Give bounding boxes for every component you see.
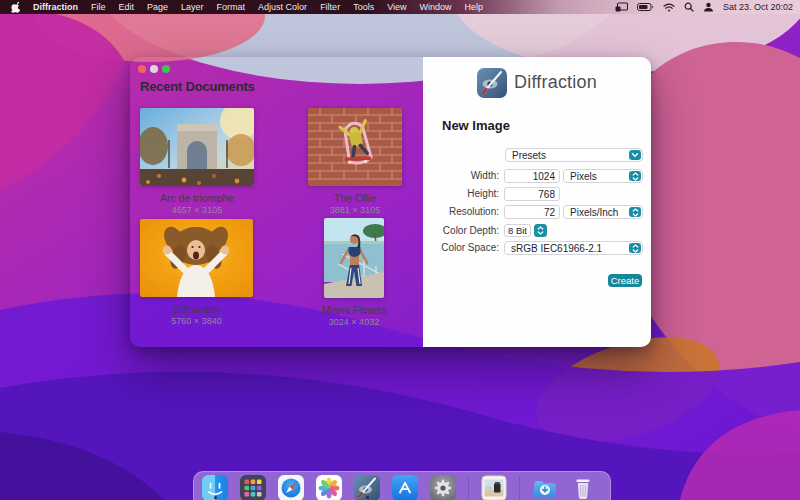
color-depth-label: Color Depth: — [427, 224, 499, 238]
color-space-label: Color Space: — [427, 241, 499, 255]
apple-menu-icon[interactable] — [11, 2, 20, 13]
resolution-input[interactable] — [504, 205, 560, 219]
width-unit-dropdown[interactable]: Pixels — [563, 169, 643, 183]
user-icon[interactable] — [703, 2, 714, 12]
app-store-icon[interactable] — [392, 475, 418, 500]
dock — [193, 471, 611, 500]
document-name: The Ollie — [334, 192, 376, 204]
minimize-button[interactable] — [150, 65, 158, 73]
search-icon[interactable] — [684, 2, 694, 12]
dock-separator — [519, 476, 520, 500]
recent-documents-panel: Recent Documents — [130, 57, 423, 347]
color-depth-text: 8 Bit — [508, 225, 527, 236]
menu-bar-status: Sat 23. Oct 20:02 — [615, 2, 800, 12]
recent-documents-title: Recent Documents — [140, 79, 255, 94]
menu-app-name[interactable]: Diffraction — [33, 2, 78, 12]
recent-document-icon[interactable] — [481, 475, 507, 500]
desktop: Diffraction File Edit Page Layer Format … — [0, 0, 800, 500]
document-name: Arc de triomphe — [160, 192, 234, 204]
menu-filter[interactable]: Filter — [320, 2, 340, 12]
wifi-icon[interactable] — [663, 3, 675, 12]
color-space-dropdown[interactable]: sRGB IEC61966-2.1 — [504, 241, 643, 255]
width-label: Width: — [427, 169, 499, 183]
document-miami-fitness[interactable]: Miami Fitness 3024 × 4032 — [324, 218, 384, 327]
window-controls — [138, 65, 170, 73]
color-depth-value[interactable]: 8 Bit — [504, 224, 531, 237]
app-title: Diffraction — [514, 72, 597, 93]
document-arc-de-triomphe[interactable]: Arc de triomphe 4657 × 3105 — [140, 108, 254, 215]
document-dimensions: 4657 × 3105 — [172, 205, 222, 215]
document-dimensions: 3881 × 3105 — [330, 205, 380, 215]
diffraction-app-icon — [477, 68, 507, 98]
color-space-value: sRGB IEC61966-2.1 — [511, 243, 642, 254]
menu-file[interactable]: File — [91, 2, 106, 12]
document-name: Diffraction — [173, 303, 220, 315]
finder-running-indicator — [214, 496, 217, 499]
menu-tools[interactable]: Tools — [353, 2, 374, 12]
stepper-icon — [629, 171, 641, 181]
menu-layer[interactable]: Layer — [181, 2, 204, 12]
safari-icon[interactable] — [278, 475, 304, 500]
stepper-icon — [629, 243, 641, 253]
arc-de-triomphe-thumbnail — [140, 108, 254, 186]
height-label: Height: — [427, 187, 499, 201]
menu-edit[interactable]: Edit — [119, 2, 135, 12]
trash-icon[interactable] — [570, 475, 596, 500]
photos-icon[interactable] — [316, 475, 342, 500]
miami-fitness-thumbnail — [324, 218, 384, 298]
downloads-folder-icon[interactable] — [532, 475, 558, 500]
resolution-unit-dropdown[interactable]: Pixels/Inch — [563, 205, 643, 219]
width-input[interactable] — [504, 169, 560, 183]
dock-separator — [468, 476, 469, 500]
diffraction-running-indicator — [366, 496, 369, 499]
presets-value: Presets — [512, 150, 642, 161]
create-button[interactable]: Create — [608, 274, 642, 287]
menu-format[interactable]: Format — [217, 2, 246, 12]
resolution-label: Resolution: — [427, 205, 499, 219]
document-the-ollie[interactable]: The Ollie 3881 × 3105 — [308, 108, 402, 215]
menu-view[interactable]: View — [387, 2, 406, 12]
presets-dropdown[interactable]: Presets — [505, 148, 643, 162]
menu-page[interactable]: Page — [147, 2, 168, 12]
the-ollie-thumbnail — [308, 108, 402, 186]
display-icon[interactable] — [615, 2, 628, 12]
document-name: Miami Fitness — [322, 304, 387, 316]
launchpad-icon[interactable] — [240, 475, 266, 500]
document-diffraction[interactable]: Diffraction 5760 × 3840 — [140, 219, 253, 326]
document-dimensions: 5760 × 3840 — [171, 316, 221, 326]
menu-window[interactable]: Window — [420, 2, 452, 12]
diffraction-thumbnail — [140, 219, 253, 297]
height-input[interactable] — [504, 187, 560, 201]
new-image-heading: New Image — [442, 118, 510, 133]
menu-bar-left: Diffraction File Edit Page Layer Format … — [0, 2, 483, 13]
menu-clock[interactable]: Sat 23. Oct 20:02 — [723, 2, 793, 12]
close-button[interactable] — [138, 65, 146, 73]
menu-adjust-color[interactable]: Adjust Color — [258, 2, 307, 12]
system-preferences-icon[interactable] — [430, 475, 456, 500]
battery-icon[interactable] — [637, 3, 654, 11]
new-image-panel: Diffraction New Image Presets Width: Pix… — [423, 57, 651, 347]
chevron-down-icon — [629, 150, 641, 160]
stepper-icon — [629, 207, 641, 217]
color-depth-stepper[interactable] — [534, 224, 547, 237]
diffraction-window: Recent Documents — [130, 57, 651, 347]
document-dimensions: 3024 × 4032 — [329, 317, 379, 327]
zoom-button[interactable] — [162, 65, 170, 73]
menu-help[interactable]: Help — [465, 2, 484, 12]
menu-bar: Diffraction File Edit Page Layer Format … — [0, 0, 800, 14]
